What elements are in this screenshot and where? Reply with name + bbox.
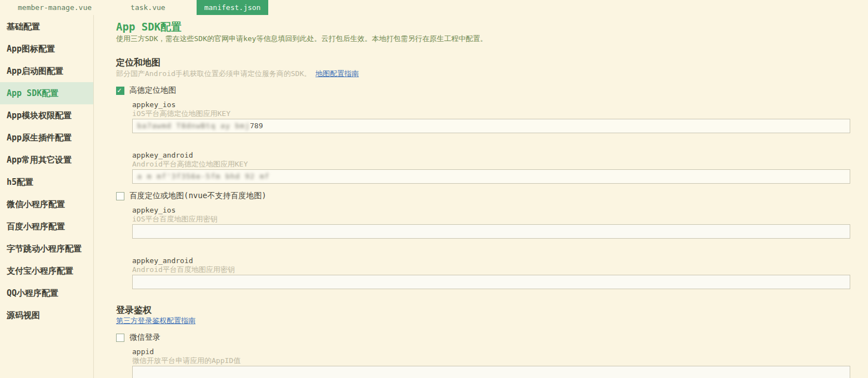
- baidu-fields: appkey_ios iOS平台百度地图应用密钥 appkey_android …: [132, 206, 868, 289]
- sidebar-item-alipay-miniprogram-config[interactable]: 支付宝小程序配置: [0, 260, 93, 282]
- sidebar-item-app-sdk-config[interactable]: App SDK配置: [0, 82, 93, 104]
- amap-appkey-android-label: appkey_android: [132, 151, 868, 159]
- baidu-checkbox-label: 百度定位或地图(nvue不支持百度地图): [129, 191, 267, 201]
- section-heading-login-auth: 登录鉴权: [116, 305, 868, 315]
- baidu-appkey-ios-input[interactable]: [132, 224, 850, 239]
- sidebar-item-app-launch-image-config[interactable]: App启动图配置: [0, 60, 93, 82]
- login-auth-guide-link[interactable]: 第三方登录鉴权配置指南: [116, 316, 195, 325]
- page-title: App SDK配置: [116, 21, 868, 33]
- sidebar-item-baidu-miniprogram-config[interactable]: 百度小程序配置: [0, 215, 93, 238]
- amap-appkey-android-input[interactable]: a m mf'3f356e-5fm bhd 92 mf: [132, 169, 850, 184]
- sidebar-item-app-icon-config[interactable]: App图标配置: [0, 38, 93, 60]
- checkmark-icon: ✓: [117, 86, 122, 94]
- sidebar-item-app-common-other-settings[interactable]: App常用其它设置: [0, 149, 93, 171]
- amap-checkbox[interactable]: ✓: [116, 87, 124, 95]
- baidu-checkbox-row: 百度定位或地图(nvue不支持百度地图): [116, 191, 868, 201]
- weixin-appid-label: appid: [132, 347, 868, 356]
- amap-checkbox-row: ✓ 高德定位地图: [116, 85, 868, 95]
- section-desc-location-maps: 部分国产Android手机获取位置必须申请定位服务商的SDK。 地图配置指南: [116, 69, 868, 78]
- sidebar-item-basic-config[interactable]: 基础配置: [0, 16, 93, 38]
- weixin-appid-desc: 微信开放平台申请应用的AppID值: [132, 356, 868, 365]
- amap-appkey-android-desc: Android平台高德定位地图应用KEY: [132, 160, 868, 168]
- baidu-appkey-ios-label: appkey_ios: [132, 206, 868, 214]
- weixin-login-checkbox[interactable]: [116, 334, 124, 342]
- section-heading-location-maps: 定位和地图: [116, 57, 868, 68]
- amap-appkey-ios-label: appkey_ios: [132, 100, 868, 109]
- weixin-login-checkbox-label: 微信登录: [129, 332, 160, 342]
- sidebar-item-source-view[interactable]: 源码视图: [0, 304, 93, 326]
- redacted-value: ba7awmd T8dnwBtq ay bmj: [137, 122, 250, 130]
- map-config-guide-link[interactable]: 地图配置指南: [315, 69, 359, 78]
- sidebar-item-bytedance-miniprogram-config[interactable]: 字节跳动小程序配置: [0, 238, 93, 260]
- amap-appkey-ios-desc: iOS平台高德定位地图应用KEY: [132, 109, 868, 118]
- editor-tab-bar: member-manage.vue task.vue manifest.json: [0, 0, 868, 15]
- visible-value: 789: [250, 122, 263, 130]
- manifest-config-sidebar: 基础配置 App图标配置 App启动图配置 App SDK配置 App模块权限配…: [0, 15, 94, 378]
- sidebar-item-app-module-permission-config[interactable]: App模块权限配置: [0, 104, 93, 127]
- sidebar-item-app-native-plugin-config[interactable]: App原生插件配置: [0, 127, 93, 149]
- weixin-login-checkbox-row: 微信登录: [116, 332, 868, 342]
- redacted-value: a m mf'3f356e-5fm bhd 92 mf: [137, 172, 269, 180]
- app-sdk-config-panel: App SDK配置 使用三方SDK，需在这些SDK的官网申请key等信息填回到此…: [94, 15, 868, 378]
- tab-member-manage[interactable]: member-manage.vue: [10, 0, 99, 15]
- tab-task[interactable]: task.vue: [123, 0, 173, 15]
- baidu-appkey-android-label: appkey_android: [132, 256, 868, 265]
- location-desc-text: 部分国产Android手机获取位置必须申请定位服务商的SDK。: [116, 69, 311, 78]
- baidu-checkbox[interactable]: [116, 192, 124, 200]
- weixin-appid-input[interactable]: [132, 366, 850, 378]
- sidebar-item-weixin-miniprogram-config[interactable]: 微信小程序配置: [0, 193, 93, 215]
- login-auth-guide-row: 第三方登录鉴权配置指南: [116, 316, 868, 325]
- weixin-login-fields: appid 微信开放平台申请应用的AppID值 appsecret 微信开放平台…: [132, 347, 868, 378]
- amap-checkbox-label: 高德定位地图: [129, 85, 176, 95]
- baidu-appkey-android-input[interactable]: [132, 275, 850, 289]
- sidebar-item-h5-config[interactable]: h5配置: [0, 171, 93, 193]
- amap-appkey-ios-input[interactable]: ba7awmd T8dnwBtq ay bmj789: [132, 119, 850, 133]
- baidu-appkey-android-desc: Android平台百度地图应用密钥: [132, 265, 868, 274]
- amap-fields: appkey_ios iOS平台高德定位地图应用KEY ba7awmd T8dn…: [132, 100, 868, 184]
- page-subtitle: 使用三方SDK，需在这些SDK的官网申请key等信息填回到此处。云打包后生效。本…: [116, 34, 868, 43]
- baidu-appkey-ios-desc: iOS平台百度地图应用密钥: [132, 215, 868, 223]
- sidebar-item-qq-miniprogram-config[interactable]: QQ小程序配置: [0, 282, 93, 304]
- tab-manifest-active[interactable]: manifest.json: [197, 0, 269, 15]
